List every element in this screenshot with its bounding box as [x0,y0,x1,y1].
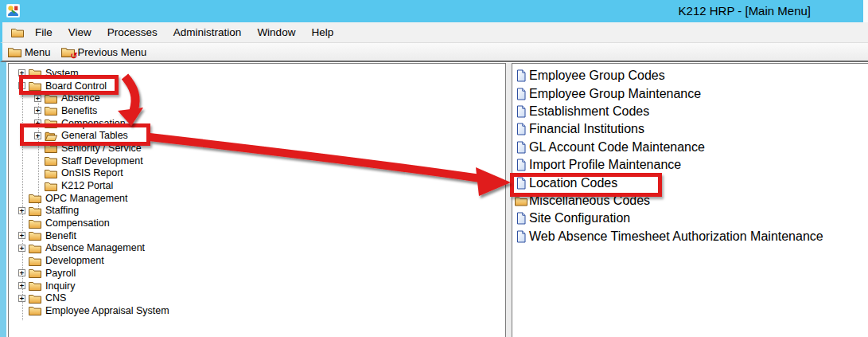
tree-item-label: Compensation [61,118,126,129]
menu-list-item-site-configuration[interactable]: Site Configuration [515,210,868,227]
tree-item-label: Seniority / Service [61,143,142,154]
folder-icon [29,68,41,78]
expand-icon[interactable]: + [18,295,25,302]
toolbar-button-menu[interactable]: Menu [6,44,53,60]
toolbar: Menu↺Previous Menu [0,43,868,62]
folder-icon [29,280,41,291]
expand-icon[interactable]: + [34,132,41,139]
folder-previous-icon: ↺ [61,46,75,57]
tree-item-label: Employee Appraisal System [45,305,169,316]
document-icon [515,212,527,225]
menu-item-administration[interactable]: Administration [165,22,250,42]
document-icon [515,159,527,171]
menu-list-item-label: Employee Group Maintenance [529,87,701,101]
menu-item-view[interactable]: View [60,22,99,42]
menu-item-help[interactable]: Help [303,22,341,42]
menu-list-item-label: Establishment Codes [529,104,649,119]
menu-list-item-import-profile-maintenance[interactable]: Import Profile Maintenance [515,156,868,174]
menu-items: FileViewProcessesAdministrationWindowHel… [27,22,341,42]
expand-icon[interactable]: + [18,232,25,239]
menu-list-item-web-absence-timesheet-authorization-maintenance[interactable]: Web Absence Timesheet Authorization Main… [515,228,868,245]
tree-item-label: Absence [61,92,100,104]
tree-item-benefit[interactable]: +Benefit [9,229,505,242]
app-icon [6,4,20,18]
document-icon [515,230,527,243]
expand-icon[interactable]: + [18,207,25,214]
toolbar-button-previous-menu[interactable]: ↺Previous Menu [60,44,149,60]
tree-item-label: Benefit [45,230,76,241]
expand-icon[interactable]: + [18,282,25,289]
menu-list-item-miscellaneous-codes[interactable]: Miscellaneous Codes [515,192,868,210]
tree-item-absence-management[interactable]: +Absence Management [9,242,505,255]
tree-item-label: Staffing [45,205,79,216]
document-icon [515,69,527,82]
tree-item-board-control[interactable]: -Board Control [9,80,505,92]
folder-icon [29,230,41,241]
menu-item-window[interactable]: Window [249,22,303,42]
folder-icon [29,193,41,203]
expand-icon[interactable]: + [34,107,41,114]
main-area: +System-Board Control+Absence+Benefits+C… [0,62,868,337]
tree-item-payroll[interactable]: +Payroll [9,267,505,280]
tree-item-compensation[interactable]: Compensation [9,217,505,229]
tree-item-absence[interactable]: +Absence [9,92,505,104]
tree-item-cns[interactable]: +CNS [9,292,505,304]
tree-item-label: Development [45,255,104,266]
menu-list-item-employee-group-codes[interactable]: Employee Group Codes [515,67,868,84]
tree-item-onsis-report[interactable]: OnSIS Report [9,167,505,180]
menu-list-panel: Employee Group CodesEmployee Group Maint… [512,63,868,337]
menu-list-item-establishment-codes[interactable]: Establishment Codes [515,103,868,120]
tree-item-label: Benefits [61,105,97,116]
tree-item-general-tables[interactable]: +General Tables [9,129,505,142]
tree-item-inquiry[interactable]: +Inquiry [9,280,505,292]
document-icon [515,177,527,190]
menu-list-item-label: Location Codes [529,176,617,190]
expand-icon[interactable]: - [18,82,25,89]
open-folder-icon [45,131,57,141]
folder-icon [29,218,41,229]
folder-icon [45,93,57,104]
folder-icon [29,305,41,315]
mdi-child-folder-icon[interactable] [11,27,24,37]
title-bar: K212 HRP - [Main Menu] [0,0,868,22]
expand-icon[interactable]: + [34,120,41,127]
panel-splitter[interactable] [506,63,512,337]
folder-icon [45,155,57,166]
menu-item-processes[interactable]: Processes [99,22,165,42]
tree-item-label: Staff Development [61,155,143,167]
menu-list-item-label: Financial Institutions [529,122,644,136]
folder-icon [29,256,41,266]
tree-item-staffing[interactable]: +Staffing [9,205,505,217]
menu-list-item-gl-account-code-maintenance[interactable]: GL Account Code Maintenance [515,139,868,156]
navigation-tree-panel: +System-Board Control+Absence+Benefits+C… [8,63,506,337]
menu-item-file[interactable]: File [27,22,60,42]
menu-list-item-label: Miscellaneous Codes [529,194,650,208]
expand-icon[interactable]: + [34,95,41,102]
window-title: K212 HRP - [Main Menu] [679,0,811,22]
folder-icon [29,293,41,304]
menu-list-item-employee-group-maintenance[interactable]: Employee Group Maintenance [515,84,868,102]
menu-list-item-location-codes[interactable]: Location Codes [515,174,868,191]
folder-icon [29,206,41,216]
tree-item-staff-development[interactable]: Staff Development [9,155,505,167]
folder-icon [45,181,57,191]
expand-icon[interactable]: + [18,245,25,252]
folder-icon [45,168,57,178]
tree-item-label: General Tables [61,130,128,141]
folder-icon [45,118,57,128]
tree-item-k212-portal[interactable]: K212 Portal [9,179,505,192]
tree-item-opc-management[interactable]: OPC Management [9,192,505,205]
menu-list-item-label: GL Account Code Maintenance [529,140,705,155]
menu-list-item-label: Employee Group Codes [529,69,665,83]
menu-list-item-financial-institutions[interactable]: Financial Institutions [515,120,868,138]
tree-item-compensation[interactable]: +Compensation [9,117,505,130]
expand-icon[interactable]: + [18,269,25,276]
tree-item-development[interactable]: Development [9,254,505,267]
tree-item-label: System [45,68,79,79]
expand-icon[interactable]: + [18,69,25,76]
tree-item-benefits[interactable]: +Benefits [9,104,505,117]
tree-item-seniority-service[interactable]: Seniority / Service [9,142,505,155]
tree-item-system[interactable]: +System [9,67,505,80]
document-icon [515,105,527,118]
tree-item-employee-appraisal-system[interactable]: Employee Appraisal System [9,304,505,317]
